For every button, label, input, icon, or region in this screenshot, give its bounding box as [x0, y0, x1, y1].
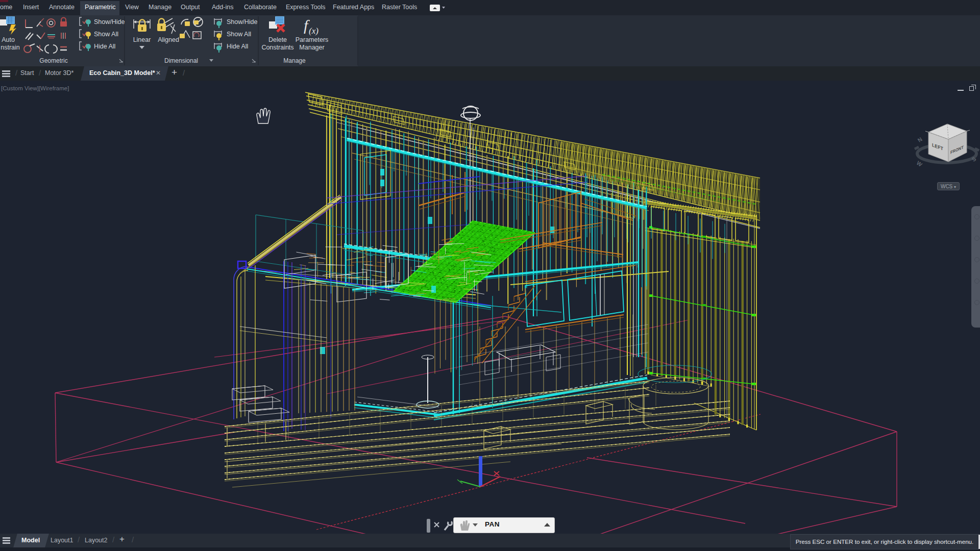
svg-text:W: W [916, 160, 924, 168]
svg-text:N: N [917, 136, 923, 143]
